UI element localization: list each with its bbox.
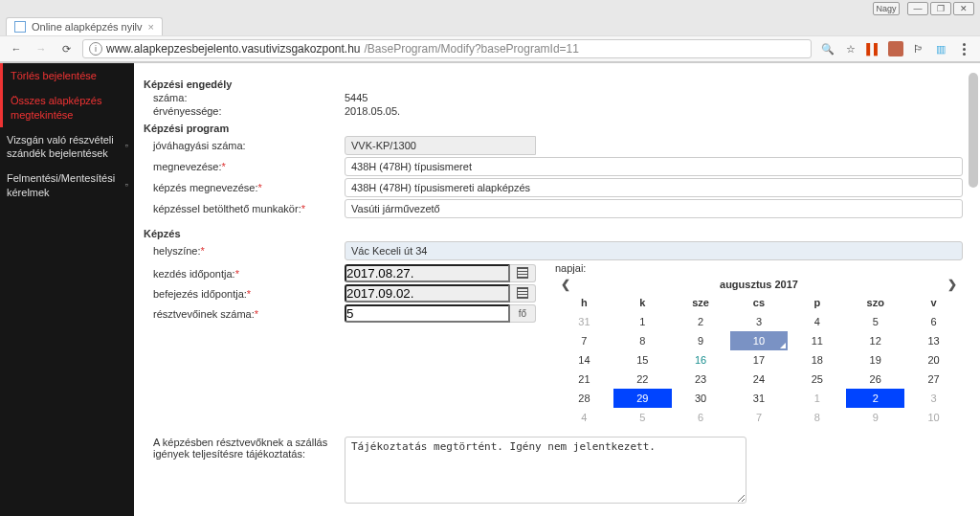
zoom-icon[interactable]: 🔍 — [819, 40, 836, 57]
section-program-title: Képzési program — [144, 123, 963, 134]
calendar-day[interactable]: 15 — [613, 350, 672, 370]
label-megnev: megnevezése: — [153, 161, 222, 172]
window-minimize-button[interactable]: — — [907, 2, 928, 15]
calendar-day[interactable]: 9 — [846, 408, 904, 427]
sidebar-item-label: Vizsgán való részvételi szándék bejelent… — [7, 133, 125, 161]
input-befejez[interactable] — [345, 284, 510, 303]
calendar-day[interactable]: 6 — [672, 408, 730, 427]
avatar-icon[interactable] — [888, 41, 903, 56]
datepicker-befejez-button[interactable] — [510, 284, 536, 303]
browser-tab[interactable]: Online alapképzés nyilv × — [6, 17, 163, 35]
calendar-day[interactable]: 19 — [846, 350, 904, 370]
nav-back-icon[interactable]: ← — [8, 40, 25, 57]
label-kepzesmegnev: képzés megnevezése: — [153, 182, 257, 193]
calendar-day[interactable]: 27 — [904, 370, 963, 389]
site-info-icon[interactable]: i — [89, 42, 102, 56]
input-kezdes[interactable] — [345, 264, 510, 282]
sidebar-item-exemption[interactable]: Felmentési/Mentesítési kérelmek ▫ — [0, 166, 134, 205]
address-bar[interactable]: i www.alapkepzesbejelento.vasutivizsgako… — [82, 39, 812, 58]
bookmark-star-icon[interactable]: ☆ — [842, 40, 859, 57]
calendar-day[interactable]: 7 — [730, 408, 789, 427]
datepicker-kezdes-button[interactable] — [510, 264, 536, 282]
calendar-day[interactable]: 30 — [672, 389, 730, 408]
label-kezdes: kezdés időpontja: — [153, 268, 235, 280]
calendar-day[interactable]: 9 — [672, 331, 730, 350]
extension-icon[interactable]: 🏳 — [909, 40, 926, 57]
calendar-day[interactable]: 18 — [788, 350, 846, 370]
calendar-day[interactable]: 4 — [788, 312, 846, 331]
input-jovahagy — [345, 136, 536, 155]
calendar-day[interactable]: 2 — [672, 312, 730, 331]
calendar: ❮ augusztus 2017 ❯ hkszecspszov311234567… — [555, 276, 963, 427]
calendar-day[interactable]: 3 — [904, 389, 963, 408]
window-close-button[interactable]: ✕ — [953, 2, 974, 15]
calendar-day[interactable]: 24 — [730, 370, 789, 389]
sidebar: Törlés bejelentése Összes alapképzés meg… — [0, 63, 134, 516]
reload-icon[interactable]: ⟳ — [57, 40, 75, 57]
calendar-day[interactable]: 8 — [613, 331, 672, 350]
calendar-day[interactable]: 25 — [788, 370, 846, 389]
calendar-next-icon[interactable]: ❯ — [947, 278, 957, 291]
calendar-day[interactable]: 7 — [555, 331, 613, 350]
label-szama: száma: — [144, 92, 345, 103]
input-resztvevok[interactable] — [345, 304, 510, 323]
suffix-fo: fő — [510, 304, 536, 323]
input-helyszin[interactable] — [345, 241, 963, 260]
calendar-day[interactable]: 14 — [555, 350, 613, 370]
input-kepzesmegnev[interactable] — [345, 178, 963, 197]
scrollbar[interactable] — [969, 73, 978, 516]
calendar-day[interactable]: 1 — [788, 389, 846, 408]
nav-forward-icon[interactable]: → — [33, 40, 50, 57]
user-badge: Nagy — [873, 2, 900, 15]
calendar-day[interactable]: 5 — [846, 312, 904, 331]
calendar-day[interactable]: 16 — [672, 350, 730, 370]
browser-chrome: Nagy — ❐ ✕ Online alapképzés nyilv × ← →… — [0, 0, 980, 63]
calendar-day[interactable]: 10 — [904, 408, 963, 427]
calendar-day[interactable]: 28 — [555, 389, 613, 408]
calendar-day[interactable]: 2 — [846, 389, 904, 408]
calendar-day[interactable]: 11 — [788, 331, 846, 350]
tab-close-icon[interactable]: × — [148, 21, 154, 33]
sidebar-item-view-all[interactable]: Összes alapképzés megtekintése — [0, 88, 134, 127]
calendar-day[interactable]: 29 — [613, 389, 672, 408]
calendar-day[interactable]: 23 — [672, 370, 730, 389]
calendar-day[interactable]: 8 — [788, 408, 846, 427]
calendar-day[interactable]: 31 — [555, 312, 613, 331]
expand-icon: ▫ — [125, 141, 128, 152]
calendar-day[interactable]: 17 — [730, 350, 789, 370]
office-icon[interactable]: ▌▌ — [865, 40, 882, 57]
calendar-day[interactable]: 20 — [904, 350, 963, 370]
sidebar-item-delete-report[interactable]: Törlés bejelentése — [0, 63, 134, 88]
calendar-grid: hkszecspszov3112345678910111213141516171… — [555, 293, 963, 427]
calendar-day[interactable]: 3 — [730, 312, 789, 331]
value-ervenyesseg: 2018.05.05. — [345, 105, 963, 117]
calendar-day[interactable]: 5 — [613, 408, 672, 427]
sidebar-item-exam-intent[interactable]: Vizsgán való részvételi szándék bejelent… — [0, 127, 134, 167]
calendar-day[interactable]: 1 — [613, 312, 672, 331]
input-megnev[interactable] — [345, 157, 963, 176]
calendar-day[interactable]: 22 — [613, 370, 672, 389]
calendar-day[interactable]: 31 — [730, 389, 789, 408]
main-content: Képzési engedély száma: 5445 érvényesség… — [134, 63, 980, 516]
input-munkakor[interactable] — [345, 199, 963, 218]
calendar-prev-icon[interactable]: ❮ — [561, 278, 570, 291]
textarea-szallas[interactable] — [345, 437, 746, 504]
section-kepzes-title: Képzés — [144, 228, 963, 239]
calendar-day[interactable]: 13 — [904, 331, 963, 350]
calendar-title: augusztus 2017 — [720, 279, 798, 290]
calendar-day[interactable]: 21 — [555, 370, 613, 389]
calendar-day[interactable]: 6 — [904, 312, 963, 331]
url-host: www.alapkepzesbejelento.vasutivizsgakozp… — [106, 42, 361, 56]
label-szallas: A képzésben résztvevőknek a szállás igén… — [144, 437, 345, 460]
expand-icon: ▫ — [125, 180, 128, 191]
value-szama: 5445 — [345, 92, 963, 103]
calendar-day[interactable]: 4 — [555, 408, 613, 427]
calendar-day[interactable]: 26 — [846, 370, 904, 389]
menu-icon[interactable] — [955, 40, 972, 57]
calendar-day[interactable]: 10 — [730, 331, 789, 350]
hub-icon[interactable]: ▥ — [932, 40, 949, 57]
calendar-day[interactable]: 12 — [846, 331, 904, 350]
window-restore-button[interactable]: ❐ — [930, 2, 951, 15]
tab-title: Online alapképzés nyilv — [32, 21, 143, 33]
label-napjai: napjai: — [555, 262, 963, 274]
